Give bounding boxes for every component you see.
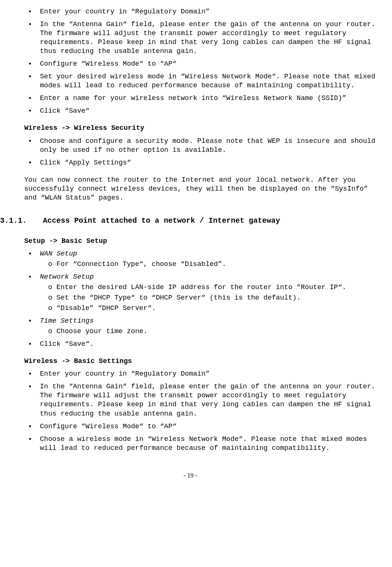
sub-list-item: Enter the desired LAN-side IP address fo…: [48, 283, 381, 292]
sub-list: Choose your time zone.: [40, 327, 381, 336]
heading-wireless-security: Wireless -> Wireless Security: [24, 124, 381, 133]
list-item: Enter a name for your wireless network i…: [35, 94, 381, 103]
list-item: Click “Save“.: [35, 340, 381, 349]
list-item: Click “Apply Settings“: [35, 159, 381, 167]
paragraph-summary: You can now connect the router to the In…: [24, 176, 381, 203]
bullet-list-4: Enter your country in “Regulatory Domain…: [0, 370, 381, 452]
heading-setup-basic: Setup -> Basic Setup: [24, 237, 381, 246]
list-item: In the “Antenna Gain“ field, please ente…: [35, 20, 381, 56]
heading-number: 3.1.1.: [0, 216, 43, 226]
list-item: Choose a wireless mode in “Wireless Netw…: [35, 435, 381, 453]
list-item: Enter your country in “Regulatory Domain…: [35, 370, 381, 379]
list-item: In the “Antenna Gain“ field, please ente…: [35, 382, 381, 418]
numbered-heading-311: 3.1.1.Access Point attached to a network…: [0, 216, 381, 226]
heading-wireless-basic: Wireless -> Basic Settings: [24, 357, 381, 366]
heading-title: Access Point attached to a network / Int…: [43, 216, 280, 225]
list-item: Set your desired wireless mode in “Wirel…: [35, 72, 381, 90]
bullet-list-3: WAN Setup For “Connection Type“, choose …: [0, 250, 381, 349]
sub-list-item: Choose your time zone.: [48, 327, 381, 336]
page-number: - 19 -: [0, 472, 381, 480]
list-item-label: WAN Setup: [40, 250, 77, 258]
sub-list-item: Set the “DHCP Type“ to “DHCP Server“ (th…: [48, 294, 381, 303]
list-item: Enter your country in “Regulatory Domain…: [35, 7, 381, 16]
sub-list-item: “Disable” “DHCP Server“.: [48, 304, 381, 313]
sub-list: For “Connection Type“, choose “Disabled”…: [40, 260, 381, 269]
list-item: Configure “Wireless Mode“ to “AP“: [35, 60, 381, 69]
sub-list-item: For “Connection Type“, choose “Disabled”…: [48, 260, 381, 269]
sub-list: Enter the desired LAN-side IP address fo…: [40, 283, 381, 313]
bullet-list-2: Choose and configure a security mode. Pl…: [0, 137, 381, 167]
list-item-label: Network Setup: [40, 273, 94, 281]
list-item-label: Time Settings: [40, 317, 94, 325]
list-item: Configure “Wireless Mode“ to “AP“: [35, 422, 381, 431]
list-item: Choose and configure a security mode. Pl…: [35, 137, 381, 155]
list-item: Click “Save“: [35, 107, 381, 116]
bullet-list-1: Enter your country in “Regulatory Domain…: [0, 7, 381, 116]
list-item: Network Setup Enter the desired LAN-side…: [35, 273, 381, 313]
list-item-label: Click “Save“.: [40, 340, 94, 348]
list-item: Time Settings Choose your time zone.: [35, 317, 381, 336]
list-item: WAN Setup For “Connection Type“, choose …: [35, 250, 381, 269]
page-content: Enter your country in “Regulatory Domain…: [0, 7, 381, 480]
